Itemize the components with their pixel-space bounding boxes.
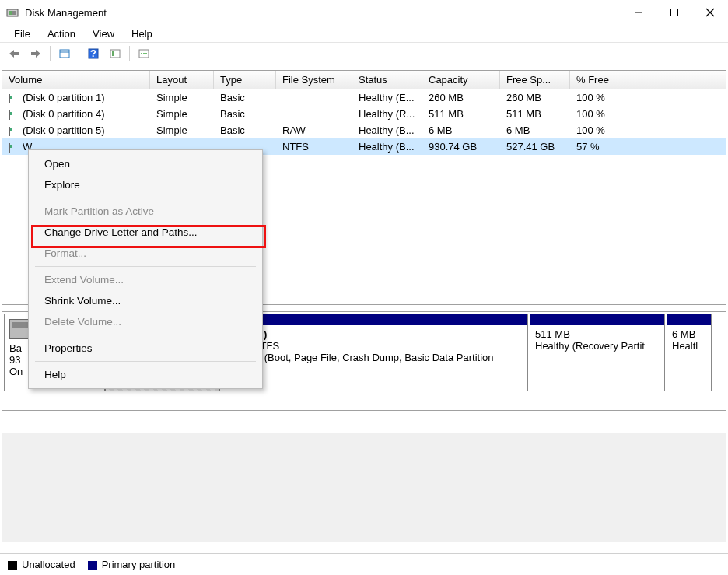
col-capacity[interactable]: Capacity [422,71,500,89]
menu-action[interactable]: Action [40,26,83,41]
cm-delete-volume: Delete Volume... [29,311,262,332]
partition-windows-c[interactable]: ows (C:) 4 GB NTFS Healthy (Boot, Page F… [222,314,528,391]
partition-recovery[interactable]: 511 MB Healthy (Recovery Partit [530,314,665,391]
help-icon[interactable]: ? [84,44,103,63]
menu-view[interactable]: View [85,26,122,41]
menu-help[interactable]: Help [124,26,160,41]
cm-shrink-volume[interactable]: Shrink Volume... [29,290,262,311]
titlebar: Disk Management [0,0,728,25]
col-volume[interactable]: Volume [2,71,150,89]
cm-properties[interactable]: Properties [29,338,262,359]
svg-rect-1 [9,11,12,15]
drive-icon [9,95,19,103]
col-filesystem[interactable]: File System [276,71,352,89]
menu-file[interactable]: File [6,26,38,41]
toolbar-icon-2[interactable] [106,44,124,63]
svg-text:?: ? [90,47,96,59]
col-layout[interactable]: Layout [150,71,214,89]
drive-icon [9,111,19,119]
window-title: Disk Management [25,7,621,19]
cm-format: Format... [29,243,262,264]
legend: Unallocated Primary partition [0,553,728,575]
col-pctfree[interactable]: % Free [570,71,632,89]
svg-rect-12 [112,51,114,56]
toolbar-icon-1[interactable] [55,44,74,63]
cm-open[interactable]: Open [29,153,262,174]
svg-rect-11 [110,50,120,58]
partition-stripe [530,314,664,325]
col-status[interactable]: Status [352,71,422,89]
partition-stripe [222,314,527,325]
svg-rect-4 [671,9,678,16]
close-button[interactable] [692,0,728,25]
drive-icon [9,144,19,152]
cm-explore[interactable]: Explore [29,174,262,195]
menubar: File Action View Help [0,25,728,42]
volume-list-header: Volume Layout Type File System Status Ca… [2,71,726,89]
minimize-button[interactable] [621,0,656,25]
svg-point-15 [143,53,145,54]
volume-rows: (Disk 0 partition 1) Simple Basic Health… [2,89,726,155]
col-type[interactable]: Type [214,71,276,89]
volume-row[interactable]: (Disk 0 partition 5) Simple Basic RAW He… [2,122,726,138]
empty-pane [2,433,726,542]
toolbar-icon-3[interactable] [135,44,153,63]
col-freespace[interactable]: Free Sp... [500,71,570,89]
drive-icon [9,128,19,135]
forward-button[interactable] [26,44,45,63]
cm-extend-volume: Extend Volume... [29,269,262,290]
context-menu: Open Explore Mark Partition as Active Ch… [28,149,263,389]
back-button[interactable] [5,44,23,63]
maximize-button[interactable] [656,0,692,25]
toolbar: ? [0,42,728,65]
app-icon [6,6,19,19]
window-controls [621,0,728,25]
legend-unallocated: Unallocated [8,559,75,570]
cm-mark-active: Mark Partition as Active [29,201,262,222]
svg-point-14 [141,53,142,54]
cm-change-drive-letter[interactable]: Change Drive Letter and Paths... [29,222,262,243]
partition-raw[interactable]: 6 MB Healtl [667,314,712,391]
cm-help[interactable]: Help [29,364,262,385]
svg-rect-7 [60,50,69,58]
volume-row[interactable]: (Disk 0 partition 1) Simple Basic Health… [2,89,726,106]
partition-stripe [667,314,711,325]
svg-point-16 [145,53,147,54]
svg-rect-2 [12,11,16,15]
volume-row[interactable]: (Disk 0 partition 4) Simple Basic Health… [2,106,726,122]
legend-primary: Primary partition [88,559,176,570]
disk-icon [9,319,30,339]
